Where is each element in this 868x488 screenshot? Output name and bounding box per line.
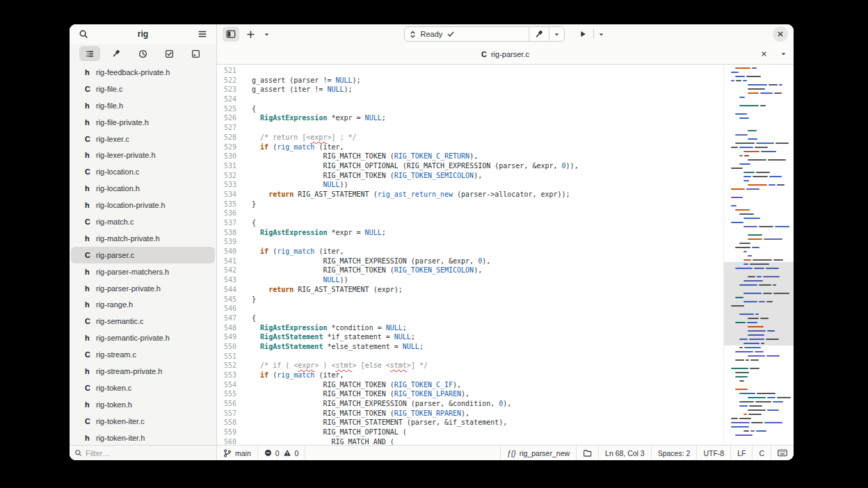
file-item[interactable]: Crig-match.c [71,213,215,230]
file-item[interactable]: hrig-stream-private.h [71,363,215,380]
file-name: rig-location.h [96,184,140,193]
file-item[interactable]: Crig-file.c [71,81,215,97]
line-number: 541 [217,257,236,266]
sidebar-tab-project-tree[interactable] [79,46,100,61]
run-menu-button[interactable] [596,26,607,42]
file-name: rig-file.c [96,85,123,93]
indentation-mode[interactable]: Spaces: 2 [651,446,697,460]
line-number: 553 [217,371,236,380]
line-number: 538 [217,228,236,238]
statusbar-spacer [305,446,499,460]
file-item[interactable]: hrig-location-private.h [71,197,215,213]
file-item[interactable]: hrig-file-private.h [71,114,215,131]
encoding-label: UTF-8 [703,449,724,457]
file-item[interactable]: Crig-token.c [71,380,215,396]
code-line: 539 [217,237,723,247]
code-text: { [236,104,256,114]
file-item[interactable]: hrig-range.h [71,296,215,313]
minimap-row [731,138,792,140]
minimap-row [731,147,792,148]
minimap-row [731,397,792,398]
minimap-viewport[interactable] [724,262,794,345]
code-text: } [236,295,256,304]
tab-rig-parser[interactable]: C rig-parser.c [481,50,529,58]
new-tab-button[interactable] [242,26,259,42]
code-text: /* return [<expr>] ; */ [236,133,357,143]
line-number: 536 [217,209,236,218]
run-button[interactable] [574,26,591,42]
minimap[interactable] [723,65,794,445]
file-name: rig-semantic-private.h [96,334,170,342]
code-text: /* if ( <expr> ) <stmt> [else <stmt>] */ [236,361,428,371]
sidebar-tab-todo[interactable] [159,46,180,61]
cursor-position[interactable]: Ln 68, Col 3 [598,446,651,460]
file-name: rig-match-private.h [96,234,160,243]
line-number: 525 [217,104,236,114]
file-item[interactable]: hrig-token-iter.h [71,430,215,445]
project-folder-button[interactable] [576,446,598,460]
code-line: 542 RIG_MATCH_TOKEN (RIG_TOKEN_SEMICOLON… [217,266,723,275]
minimap-row [731,205,792,206]
git-branch-icon [223,449,232,457]
filter-input[interactable] [86,449,190,457]
build-button[interactable] [529,27,549,41]
code-line: 528 /* return [<expr>] ; */ [217,133,723,143]
language-mode[interactable]: C [752,446,771,460]
search-button[interactable] [75,26,92,42]
file-item[interactable]: Crig-lexer.c [71,131,215,147]
build-menu-button[interactable] [549,27,564,41]
file-item[interactable]: hrig-semantic-private.h [71,330,215,346]
file-item[interactable]: Crig-parser.c [71,247,215,263]
line-number: 526 [217,113,236,123]
toggle-sidebar-button[interactable] [223,26,239,42]
file-item[interactable]: hrig-parser-private.h [71,280,215,297]
line-number: 549 [217,332,236,342]
code-text: return RIG_AST_STATEMENT (expr); [236,285,403,295]
sidebar-tab-build[interactable] [106,46,127,61]
branch-indicator[interactable]: main [217,446,258,460]
tab-close-button[interactable] [757,48,770,60]
minimap-row [731,101,792,102]
file-item[interactable]: Crig-stream.c [71,346,215,363]
file-item[interactable]: hrig-file.h [71,97,215,114]
primary-menu-button[interactable] [194,26,211,42]
diagnostics-indicator[interactable]: 0 0 [258,446,306,460]
line-ending[interactable]: LF [730,446,752,460]
code-text: RigAstStatement *if_statement = NULL; [236,332,415,342]
file-item[interactable]: hrig-match-private.h [71,230,215,247]
code-text: { [236,314,256,323]
sidebar-tab-terminal[interactable] [186,46,207,61]
file-name: rig-feedback-private.h [96,68,170,76]
file-name: rig-semantic.c [96,317,143,325]
minimap-row [731,434,792,436]
file-name: rig-file.h [96,101,123,110]
file-item[interactable]: hrig-location.h [71,180,215,197]
code-editor[interactable]: 521522 g_assert (parser != NULL);523 g_a… [217,65,794,445]
file-item[interactable]: hrig-parser-matchers.h [71,263,215,280]
code-view[interactable]: 521522 g_assert (parser != NULL);523 g_a… [217,65,723,445]
h-file-badge: h [85,101,96,110]
encoding[interactable]: UTF-8 [696,446,730,460]
code-text: RIG_MATCH_TOKEN (RIG_TOKEN_C_IF), [236,380,461,390]
file-item[interactable]: Crig-token-iter.c [71,413,215,430]
sidebar-tab-history[interactable] [132,46,153,61]
file-name: rig-parser-private.h [96,284,161,293]
file-item[interactable]: hrig-feedback-private.h [71,64,215,81]
line-ending-label: LF [737,449,746,457]
file-item[interactable]: Crig-location.c [71,163,215,180]
window-close-button[interactable] [773,26,788,42]
code-line: 550 RigAstStatement *else_statement = NU… [217,342,723,352]
new-tab-menu-button[interactable] [262,26,271,42]
file-item[interactable]: Crig-semantic.c [71,313,215,330]
file-item[interactable]: hrig-token.h [71,396,215,413]
builder-window: rig hrig-feedback-private.hCrig-file.chr… [70,24,794,460]
minimap-row [731,80,792,81]
omnibar[interactable]: Ready [404,26,565,42]
current-symbol[interactable]: ƒ{} rig_parser_new [500,446,576,460]
terminal-icon [191,49,200,58]
line-number: 533 [217,180,236,190]
file-item[interactable]: hrig-lexer-private.h [71,147,215,163]
keyboard-button[interactable] [771,446,794,460]
tab-list-button[interactable] [777,48,789,60]
minimap-row [731,414,792,415]
